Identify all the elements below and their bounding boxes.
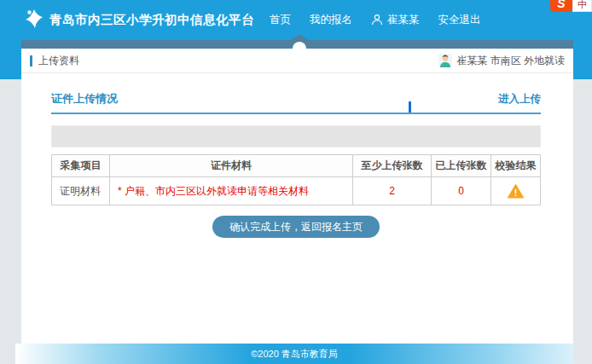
- user-icon: [371, 14, 383, 26]
- confirm-upload-return-button[interactable]: 确认完成上传，返回报名主页: [212, 216, 380, 238]
- student-avatar-icon: [438, 54, 452, 67]
- col-header-min-count: 至少上传张数: [353, 155, 432, 177]
- warning-triangle-icon: [508, 184, 525, 199]
- section-title: 证件上传情况: [51, 91, 118, 107]
- enter-upload-link[interactable]: 进入上传: [498, 92, 541, 107]
- ime-indicator: S 中: [550, 0, 592, 12]
- main-nav: 首页 我的报名 崔某某 安全退出: [270, 13, 481, 27]
- text-cursor-bar: [409, 101, 411, 113]
- cell-material: * 户籍、市内三区以外就读申请等相关材料: [110, 177, 353, 205]
- user-info-text: 崔某某 市南区 外地就读: [456, 54, 565, 68]
- breadcrumb-accent-bar: [30, 55, 32, 66]
- upload-status-table: 采集项目 证件材料 至少上传张数 已上传张数 校验结果 证明材料 * 户籍、市内…: [51, 154, 541, 205]
- page-title: 青岛市内三区小学升初中信息化平台: [49, 12, 254, 28]
- footer-copyright: ©2020 青岛市教育局: [15, 344, 573, 364]
- table-header-row: 采集项目 证件材料 至少上传张数 已上传张数 校验结果: [52, 155, 541, 177]
- secondary-bar: [21, 40, 573, 49]
- cell-uploaded-count: 0: [432, 177, 491, 205]
- ime-chinese-mode-toggle[interactable]: 中: [572, 0, 592, 12]
- col-header-check-result: 校验结果: [491, 155, 541, 177]
- empty-notice-box: [51, 125, 541, 147]
- nav-item-home[interactable]: 首页: [270, 13, 291, 27]
- sogou-ime-icon[interactable]: S: [550, 0, 572, 12]
- nav-user-menu[interactable]: 崔某某: [371, 13, 420, 27]
- upload-status-section: 证件上传情况 进入上传 采集项目 证件材料 至少上传张数 已上传张数 校验结果: [21, 91, 573, 238]
- active-tab-pointer-up: [290, 34, 309, 40]
- cell-check-result: [491, 177, 541, 205]
- breadcrumb-label: 上传资料: [38, 54, 79, 68]
- col-header-uploaded-count: 已上传张数: [432, 155, 491, 177]
- content-card: 上传资料 崔某某 市南区 外地就读 证件上传情况 进入上传 采集项目 证: [21, 49, 573, 344]
- col-header-material: 证件材料: [110, 155, 353, 177]
- cell-category: 证明材料: [52, 177, 110, 205]
- col-header-category: 采集项目: [52, 155, 110, 177]
- section-underline: [51, 113, 541, 114]
- nav-item-logout[interactable]: 安全退出: [438, 13, 481, 27]
- bird-logo-icon: [26, 9, 43, 31]
- cell-min-count: 2: [353, 177, 432, 205]
- table-row: 证明材料 * 户籍、市内三区以外就读申请等相关材料 2 0: [52, 177, 541, 205]
- nav-username: 崔某某: [387, 13, 420, 27]
- nav-item-my-registration[interactable]: 我的报名: [310, 13, 352, 27]
- breadcrumb: 上传资料 崔某某 市南区 外地就读: [21, 49, 573, 73]
